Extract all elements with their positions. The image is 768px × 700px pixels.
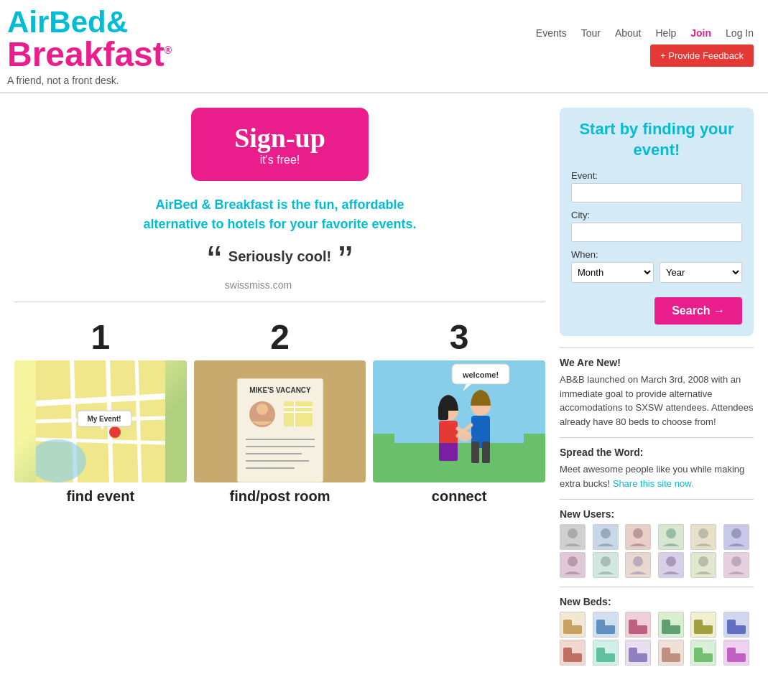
user-thumb-6[interactable] bbox=[723, 524, 749, 550]
svg-rect-96 bbox=[662, 648, 670, 655]
open-quote-icon: “ bbox=[207, 237, 221, 285]
bed-thumb-4[interactable] bbox=[658, 612, 684, 638]
svg-rect-90 bbox=[596, 648, 605, 655]
we-are-new-title: We Are New! bbox=[560, 357, 754, 368]
step-1: 1 bbox=[14, 320, 187, 505]
svg-rect-99 bbox=[694, 648, 703, 655]
logo-breakfast: Breakfast® bbox=[7, 35, 172, 73]
user-thumb-5[interactable] bbox=[690, 524, 716, 550]
svg-point-44 bbox=[568, 528, 578, 538]
new-users-grid bbox=[560, 524, 754, 578]
logo-text: AirBed& Breakfast® bbox=[7, 7, 172, 72]
bed-thumb-9[interactable] bbox=[625, 640, 651, 666]
nav-login[interactable]: Log In bbox=[726, 27, 754, 39]
logo-area: AirBed& Breakfast® A friend, not a front… bbox=[7, 7, 172, 92]
step-3: 3 welcome! bbox=[373, 320, 545, 505]
event-input[interactable] bbox=[571, 183, 742, 202]
step-1-number: 1 bbox=[14, 320, 187, 355]
bed-thumb-8[interactable] bbox=[593, 640, 619, 666]
vacancy-graphic: MIKE'S VACANCY bbox=[194, 360, 366, 482]
step-1-label: find event bbox=[14, 488, 187, 505]
when-form-group: When: Month JanFebMar AprMayJun JulAugSe… bbox=[571, 249, 742, 283]
svg-point-48 bbox=[633, 528, 643, 538]
bed-thumb-6[interactable] bbox=[723, 612, 749, 638]
main-tagline: AirBed & Breakfast is the fun, affordabl… bbox=[137, 195, 424, 234]
divider bbox=[14, 302, 545, 302]
user-thumb-9[interactable] bbox=[625, 552, 651, 578]
step-2-label: find/post room bbox=[194, 488, 366, 505]
svg-rect-78 bbox=[662, 620, 670, 627]
month-select[interactable]: Month JanFebMar AprMayJun JulAugSep OctN… bbox=[571, 262, 654, 283]
user-thumb-8[interactable] bbox=[593, 552, 619, 578]
city-form-group: City: bbox=[571, 210, 742, 242]
nav-events[interactable]: Events bbox=[536, 27, 567, 39]
user-thumb-3[interactable] bbox=[625, 524, 651, 550]
search-button[interactable]: Search → bbox=[654, 297, 742, 325]
bed-thumb-2[interactable] bbox=[593, 612, 619, 638]
bed-thumb-7[interactable] bbox=[560, 640, 586, 666]
user-thumb-11[interactable] bbox=[690, 552, 716, 578]
bed-thumb-1[interactable] bbox=[560, 612, 586, 638]
search-row: Search → bbox=[571, 290, 742, 325]
svg-point-58 bbox=[601, 556, 611, 566]
svg-rect-35 bbox=[439, 443, 458, 461]
svg-rect-72 bbox=[596, 620, 605, 627]
find-event-box: Start by finding your event! Event: City… bbox=[560, 108, 754, 336]
step-3-image: welcome! bbox=[373, 360, 545, 482]
svg-text:MIKE'S VACANCY: MIKE'S VACANCY bbox=[249, 386, 311, 394]
svg-rect-40 bbox=[482, 442, 490, 463]
svg-point-46 bbox=[601, 528, 611, 538]
svg-rect-75 bbox=[629, 620, 637, 627]
svg-rect-87 bbox=[563, 648, 572, 655]
bed-thumb-5[interactable] bbox=[690, 612, 716, 638]
svg-rect-93 bbox=[629, 648, 637, 655]
svg-point-50 bbox=[666, 528, 676, 538]
event-form-group: Event: bbox=[571, 170, 742, 202]
nav-links: Events Tour About Help Join Log In bbox=[536, 27, 754, 39]
user-thumb-1[interactable] bbox=[560, 524, 586, 550]
user-thumb-12[interactable] bbox=[723, 552, 749, 578]
when-row: Month JanFebMar AprMayJun JulAugSep OctN… bbox=[571, 262, 742, 283]
nav-about[interactable]: About bbox=[615, 27, 642, 39]
svg-rect-84 bbox=[727, 620, 736, 627]
quote-text: Seriously cool! bbox=[228, 248, 331, 264]
city-input[interactable] bbox=[571, 223, 742, 242]
spread-link[interactable]: Share this site now. bbox=[613, 478, 694, 489]
quote-source: swissmiss.com bbox=[225, 279, 292, 291]
logo-registered: ® bbox=[165, 45, 172, 56]
connect-graphic: welcome! bbox=[373, 360, 545, 482]
map-graphic: My Event! bbox=[14, 360, 187, 482]
nav-tour[interactable]: Tour bbox=[581, 27, 601, 39]
nav-help[interactable]: Help bbox=[655, 27, 676, 39]
step-2-number: 2 bbox=[194, 320, 366, 355]
spread-title: Spread the Word: bbox=[560, 447, 754, 458]
step-1-image: My Event! bbox=[14, 360, 187, 482]
we-are-new-section: We Are New! AB&B launched on March 3rd, … bbox=[560, 347, 754, 437]
find-event-title: Start by finding your event! bbox=[571, 119, 742, 160]
feedback-button[interactable]: + Provide Feedback bbox=[650, 45, 754, 67]
user-thumb-2[interactable] bbox=[593, 524, 619, 550]
year-select[interactable]: Year 2008 2009 bbox=[660, 262, 742, 283]
user-thumb-4[interactable] bbox=[658, 524, 684, 550]
user-thumb-7[interactable] bbox=[560, 552, 586, 578]
close-quote-icon: ” bbox=[338, 237, 353, 285]
svg-rect-102 bbox=[727, 648, 736, 655]
svg-rect-18 bbox=[284, 401, 313, 426]
spread-text: Meet awesome people like you while makin… bbox=[560, 462, 754, 490]
user-thumb-10[interactable] bbox=[658, 552, 684, 578]
bed-thumb-11[interactable] bbox=[690, 640, 716, 666]
nav-area: Events Tour About Help Join Log In + Pro… bbox=[536, 27, 754, 73]
svg-point-60 bbox=[633, 556, 643, 566]
svg-text:My Event!: My Event! bbox=[87, 415, 121, 423]
signup-box[interactable]: Sign-up it's free! bbox=[191, 108, 369, 181]
new-beds-grid bbox=[560, 612, 754, 666]
bed-thumb-10[interactable] bbox=[658, 640, 684, 666]
step-2-image: MIKE'S VACANCY bbox=[194, 360, 366, 482]
nav-join[interactable]: Join bbox=[690, 27, 711, 39]
bed-thumb-12[interactable] bbox=[723, 640, 749, 666]
quote-section: “ Seriously cool! ” bbox=[207, 248, 352, 272]
new-beds-section: New Beds: bbox=[560, 587, 754, 674]
bed-thumb-3[interactable] bbox=[625, 612, 651, 638]
svg-point-62 bbox=[666, 556, 676, 566]
when-label: When: bbox=[571, 249, 742, 260]
